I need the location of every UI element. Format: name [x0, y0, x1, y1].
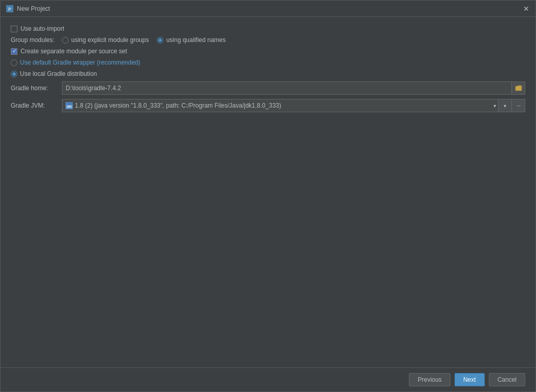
close-button[interactable]: ✕ [522, 5, 530, 13]
previous-button[interactable]: Previous [409, 373, 450, 386]
radio-explicit-module-groups[interactable] [62, 37, 69, 44]
dropdown-arrow-icon: ▾ [504, 103, 506, 109]
radio-qualified-label: using qualified names [166, 36, 225, 44]
radio-local-distribution[interactable] [11, 71, 17, 77]
gradle-home-row: Gradle home: [11, 81, 525, 95]
gradle-home-label: Gradle home: [11, 85, 62, 92]
gradle-jvm-row: Gradle JVM: JDK 1.8 (2) (java version "1… [11, 99, 525, 112]
create-module-checkbox[interactable]: ✓ [11, 48, 17, 55]
next-button[interactable]: Next [455, 373, 485, 386]
radio-dot-2 [12, 72, 16, 76]
radio-qualified-names[interactable] [157, 37, 163, 44]
auto-import-row: Use auto-import [11, 25, 525, 32]
gradle-jvm-value: 1.8 (2) (java version "1.8.0_333", path:… [75, 102, 495, 109]
gradle-home-input-container [62, 81, 525, 95]
radio-default-wrapper[interactable] [11, 59, 17, 66]
local-distribution-row: Use local Gradle distribution [11, 70, 525, 77]
gradle-jvm-dropdown-arrow-button[interactable]: ▾ [499, 99, 512, 112]
auto-import-label: Use auto-import [20, 25, 64, 32]
gradle-jvm-dropdown[interactable]: JDK 1.8 (2) (java version "1.8.0_333", p… [62, 99, 499, 112]
dialog-footer: Previous Next Cancel [1, 367, 535, 391]
folder-icon [515, 85, 522, 92]
gradle-jvm-ellipsis-button[interactable]: ··· [512, 99, 525, 112]
gradle-jvm-dropdown-container: JDK 1.8 (2) (java version "1.8.0_333", p… [62, 99, 525, 112]
checkmark-icon: ✓ [12, 49, 16, 54]
dialog-content: Use auto-import Group modules: using exp… [1, 17, 535, 367]
group-modules-row: Group modules: using explicit module gro… [11, 36, 525, 44]
cancel-button[interactable]: Cancel [489, 373, 525, 386]
group-modules-label: Group modules: [11, 36, 62, 44]
dialog-icon: P [6, 5, 14, 13]
radio-dot [158, 38, 162, 42]
create-module-row: ✓ Create separate module per source set [11, 48, 525, 55]
gradle-home-input[interactable] [62, 81, 512, 95]
svg-text:JDK: JDK [67, 105, 72, 108]
gradle-home-browse-button[interactable] [512, 81, 525, 95]
local-distribution-label: Use local Gradle distribution [20, 70, 97, 77]
chevron-down-icon: ▾ [493, 103, 496, 109]
ellipsis-icon: ··· [517, 102, 520, 109]
radio-explicit-label: using explicit module groups [71, 36, 149, 44]
default-wrapper-label: Use default Gradle wrapper (recommended) [20, 59, 140, 66]
svg-text:P: P [8, 7, 11, 12]
new-project-dialog: P New Project ✕ Use auto-import Group mo… [0, 0, 536, 392]
jdk-icon: JDK [66, 102, 73, 109]
create-module-label: Create separate module per source set [20, 48, 127, 55]
default-wrapper-row: Use default Gradle wrapper (recommended) [11, 59, 525, 66]
dialog-title: New Project [17, 5, 522, 12]
gradle-jvm-dropdown-content: JDK 1.8 (2) (java version "1.8.0_333", p… [66, 102, 495, 109]
title-bar: P New Project ✕ [1, 1, 535, 17]
gradle-jvm-label: Gradle JVM: [11, 102, 62, 109]
auto-import-checkbox[interactable] [11, 26, 17, 32]
